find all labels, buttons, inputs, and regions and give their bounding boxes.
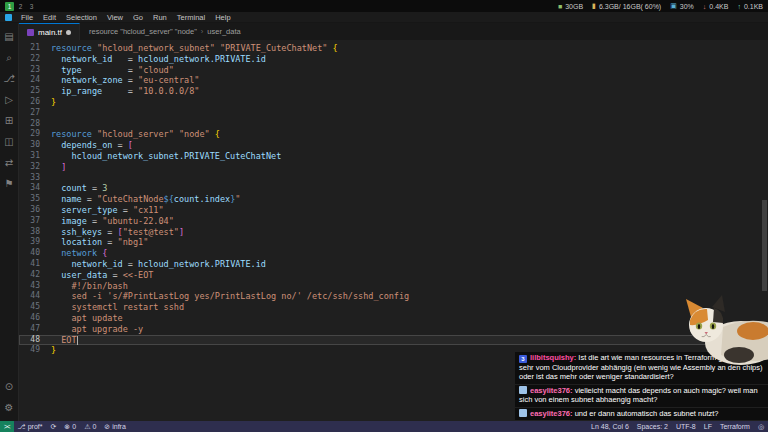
workspace-2[interactable]: 2 (16, 2, 25, 11)
chat-username[interactable]: lilbitsquishy: (530, 353, 578, 362)
line-number: 35 (19, 194, 51, 205)
activity-run-debug[interactable]: ▷ (0, 89, 19, 110)
token: = (107, 270, 122, 280)
token: = (123, 75, 138, 85)
settings-icon: ⚙ (5, 402, 14, 413)
search-icon: ⌕ (6, 52, 12, 64)
status-terraform-workspace[interactable]: ⊘infra (100, 423, 130, 431)
status-warnings[interactable]: ⚠0 (80, 423, 100, 431)
modified-dot-icon[interactable] (66, 30, 71, 35)
token: "hcloud_network_subnet" (97, 43, 215, 53)
code-line: systemctl restart sshd (51, 302, 184, 313)
editor-line: 25 ip_range = "10.0.0.0/8" (19, 86, 768, 97)
menu-go[interactable]: Go (128, 13, 148, 22)
menu-file[interactable]: File (16, 13, 38, 22)
status-git-branch[interactable]: ⎇prof* (14, 423, 47, 431)
chat-badge-icon (519, 409, 527, 417)
editor-line: 34 count = 3 (19, 183, 768, 194)
tab-bar: main.tf resource "hcloud_server" "node"›… (19, 23, 768, 40)
token: " (235, 194, 240, 204)
editor-line: 29resource "hcloud_server" "node" { (19, 129, 768, 140)
token: hcloud_network.PRIVATE.id (138, 259, 266, 269)
editor-line: 45 systemctl restart sshd (19, 302, 768, 313)
activity-flag[interactable]: ⚑ (0, 173, 19, 194)
token: ${ (164, 194, 174, 204)
workspace-3[interactable]: 3 (27, 2, 36, 11)
line-number: 22 (19, 54, 51, 65)
scrollbar-thumb[interactable] (762, 200, 767, 291)
activity-remote-explorer[interactable]: ⇄ (0, 152, 19, 173)
screen: 123 ■30GB▮6.3GB/ 16GB( 60%)▣30%↓0.4KB↑0.… (0, 0, 768, 432)
line-number: 29 (19, 129, 51, 140)
net-up-icon: ↑ (737, 3, 741, 10)
line-number: 23 (19, 65, 51, 76)
breadcrumb: resource "hcloud_server" "node"›user_dat… (80, 23, 241, 40)
token: user_data (51, 270, 107, 280)
token: = (87, 183, 102, 193)
code-line: ip_range = "10.0.0.0/8" (51, 86, 199, 97)
terraform-workspace-icon: ⊘ (104, 423, 110, 431)
status-eol[interactable]: LF (700, 423, 716, 430)
status-indentation-label: Spaces: 2 (637, 423, 668, 430)
token: = (82, 194, 97, 204)
menu-edit[interactable]: Edit (38, 13, 61, 22)
vscode-logo-icon (5, 14, 12, 21)
code-line: name = "CuteChatNode${count.index}" (51, 194, 240, 205)
stat-value: 30% (680, 3, 694, 10)
status-language-mode[interactable]: Terraform (716, 423, 754, 430)
code-line: EOT (51, 335, 78, 346)
token: apt upgrade -y (51, 324, 143, 334)
editor-line: 40 network { (19, 248, 768, 259)
activity-explorer[interactable]: ▤ (0, 26, 19, 47)
status-errors-label: 0 (72, 423, 76, 430)
activity-docker[interactable]: ◫ (0, 131, 19, 152)
status-cursor-position[interactable]: Ln 48, Col 6 (587, 423, 633, 430)
breadcrumb-item[interactable]: resource "hcloud_server" "node" (89, 27, 197, 36)
tab-main-tf[interactable]: main.tf (19, 23, 80, 40)
warnings-icon: ⚠ (84, 423, 90, 431)
activity-search[interactable]: ⌕ (0, 47, 19, 68)
menu-selection[interactable]: Selection (61, 13, 102, 22)
activity-account[interactable]: ⊙ (0, 376, 19, 397)
token: = (82, 65, 138, 75)
breadcrumb-item[interactable]: user_data (207, 27, 240, 36)
menu-view[interactable]: View (102, 13, 128, 22)
status-notifications[interactable]: ◎ (754, 423, 768, 431)
workspace-1[interactable]: 1 (5, 2, 14, 11)
editor-line: 35 name = "CuteChatNode${count.index}" (19, 194, 768, 205)
editor-line: 21resource "hcloud_network_subnet" "PRIV… (19, 43, 768, 54)
status-indentation[interactable]: Spaces: 2 (633, 423, 672, 430)
token: apt update (51, 313, 123, 323)
token: name (51, 194, 82, 204)
status-sync[interactable]: ⟳ (46, 423, 60, 431)
activity-settings[interactable]: ⚙ (0, 397, 19, 418)
line-number: 21 (19, 43, 51, 54)
code-line: count = 3 (51, 183, 107, 194)
menu-run[interactable]: Run (148, 13, 172, 22)
token: } (51, 97, 56, 107)
remote-indicator[interactable]: >< (0, 421, 14, 432)
tab-label: main.tf (38, 28, 62, 37)
activity-source-control[interactable]: ⎇ (0, 68, 19, 89)
token: = (112, 140, 127, 150)
code-line: depends_on = [ (51, 140, 133, 151)
token: "node" (179, 129, 210, 139)
editor-line: 38 ssh_keys = ["test@test"] (19, 227, 768, 238)
menu-terminal[interactable]: Terminal (172, 13, 210, 22)
activity-extensions[interactable]: ⊞ (0, 110, 19, 131)
token: [ (128, 140, 133, 150)
line-number: 49 (19, 345, 51, 356)
token: resource (51, 43, 92, 53)
status-errors[interactable]: ⊗0 (60, 423, 80, 431)
menu-help[interactable]: Help (210, 13, 235, 22)
status-encoding[interactable]: UTF-8 (672, 423, 700, 430)
token: ] (51, 162, 66, 172)
token: "PRIVATE_CuteChatNet" (220, 43, 327, 53)
editor-line: 48 EOT (19, 335, 768, 346)
stat-value: 0.4KB (709, 3, 728, 10)
chat-username[interactable]: easylite376: (530, 409, 575, 418)
chat-username[interactable]: easylite376: (530, 386, 575, 395)
line-number: 25 (19, 86, 51, 97)
token: network_zone (51, 75, 123, 85)
code-line: } (51, 345, 56, 356)
